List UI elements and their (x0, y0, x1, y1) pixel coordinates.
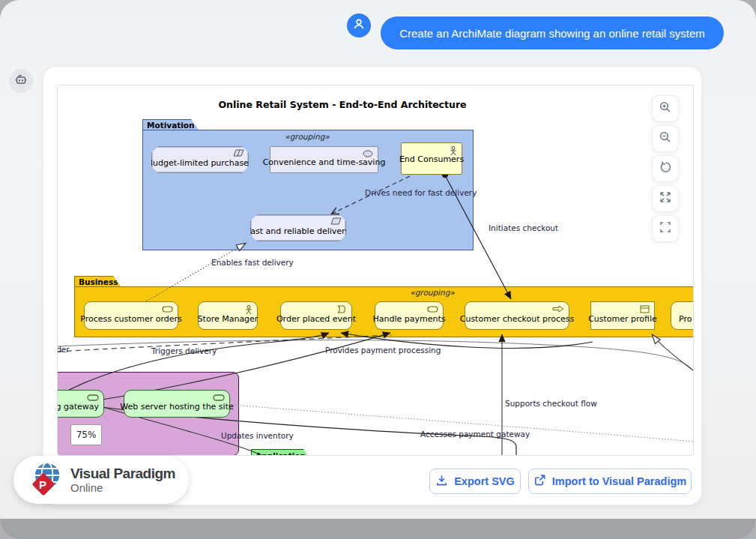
edge-label-triggers: Triggers delivery (151, 346, 217, 355)
event-icon (337, 305, 347, 316)
service-icon (427, 305, 438, 315)
zoom-in-icon (659, 100, 672, 117)
node-label: Fast and reliable delivery (247, 226, 350, 236)
edge-label-supports: Supports checkout flow (505, 399, 597, 408)
zoom-out-button[interactable] (652, 125, 679, 152)
visual-paradigm-globe-icon: P (28, 460, 64, 500)
edge-label-drives: Drives need for fast delivery (365, 188, 477, 197)
actor-icon (450, 146, 457, 158)
service-icon (213, 394, 225, 403)
node-handle-payments: Handle payments (375, 301, 444, 330)
requirement-icon (330, 217, 342, 227)
zoom-out-icon (659, 130, 672, 147)
export-svg-button[interactable]: Export SVG (429, 469, 521, 494)
edge-label-initiates: Initiates checkout (489, 223, 558, 232)
import-to-vp-button[interactable]: Import to Visual Paradigm (528, 469, 692, 494)
fullscreen-icon (659, 220, 672, 237)
node-order-placed-event: Order placed event (280, 301, 352, 330)
node-customer-checkout-process: Customer checkout process (465, 301, 569, 330)
person-icon (352, 17, 366, 34)
user-avatar (347, 13, 371, 37)
svg-text:P: P (39, 478, 46, 491)
logo-text: Visual Paradigm Online (70, 466, 175, 493)
diagram-title: Online Retail System - End-to-End Archit… (58, 99, 627, 110)
node-web-server: Web server hosting the site (124, 390, 230, 418)
logo-title: Visual Paradigm (70, 466, 175, 481)
node-fast-reliable-delivery: Fast and reliable delivery (250, 214, 346, 241)
progress-badge: 75% (70, 424, 102, 445)
export-label: Export SVG (454, 475, 515, 487)
node-store-manager: Store Manager (198, 301, 258, 330)
business-tab-label: Business (79, 277, 118, 286)
object-icon (640, 305, 650, 316)
business-stereotype: «grouping» (342, 288, 522, 297)
value-icon (363, 150, 373, 160)
constraint-icon (233, 149, 244, 159)
reset-view-button[interactable] (652, 155, 679, 182)
progress-value: 75% (76, 430, 97, 440)
robot-icon (13, 72, 28, 90)
application-tab-label: Application (255, 451, 306, 457)
node-end-consumers: End Consumers (401, 142, 462, 175)
edge-label-accesses: Accesses payment gateway (420, 430, 530, 439)
node-label: Budget-limited purchases (147, 158, 252, 168)
application-group-tab: Application (251, 449, 312, 456)
node-customer-profile: Customer profile (590, 301, 655, 330)
business-group-tab: Business (74, 276, 121, 287)
process-icon (552, 305, 564, 315)
node-process-customer-orders: Process customer orders (84, 301, 178, 330)
bottom-bar (0, 519, 756, 539)
motivation-tab-label: Motivation (147, 121, 195, 130)
edge-label-updates: Updates inventory (221, 431, 294, 440)
import-label: Import to Visual Paradigm (552, 475, 686, 487)
node-convenience-time-saving: Convenience and time-saving (270, 146, 378, 173)
assistant-avatar (9, 69, 33, 93)
zoom-in-button[interactable] (652, 95, 679, 122)
logo-subtitle: Online (70, 482, 175, 493)
diagram-panel: Online Retail System - End-to-End Archit… (43, 66, 702, 505)
edge-label-provides: Provides payment processing (325, 346, 441, 355)
edge-label-order: rder (57, 345, 70, 354)
node-label: Handle payments (372, 314, 445, 324)
external-link-icon (533, 474, 546, 489)
diagram-canvas: Online Retail System - End-to-End Archit… (57, 85, 694, 456)
service-icon (162, 305, 173, 315)
node-budget-limited-purchases: Budget-limited purchases (151, 146, 249, 173)
node-clipped-right: Pro (671, 301, 694, 330)
service-icon (87, 394, 99, 403)
download-icon (435, 474, 448, 489)
app-window: Create an ArchiMate diagram showing an o… (0, 0, 756, 539)
visual-paradigm-logo: P Visual Paradigm Online (13, 456, 189, 504)
chat-message-text: Create an ArchiMate diagram showing an o… (399, 27, 705, 40)
chat-user-message: Create an ArchiMate diagram showing an o… (381, 16, 724, 49)
edge-label-enables: Enables fast delivery (211, 258, 294, 267)
motivation-stereotype: «grouping» (142, 132, 472, 141)
motivation-group-tab: Motivation (142, 119, 199, 130)
reset-icon (659, 160, 672, 177)
node-label: Customer checkout process (460, 314, 575, 324)
actor-icon (245, 305, 252, 317)
node-label: Pro (679, 314, 692, 324)
node-payment-gateway: ing gateway (57, 390, 104, 418)
fit-to-screen-button[interactable] (652, 185, 679, 212)
node-label: Process customer orders (80, 314, 182, 324)
expand-icon (659, 190, 672, 207)
fullscreen-button[interactable] (652, 215, 679, 242)
